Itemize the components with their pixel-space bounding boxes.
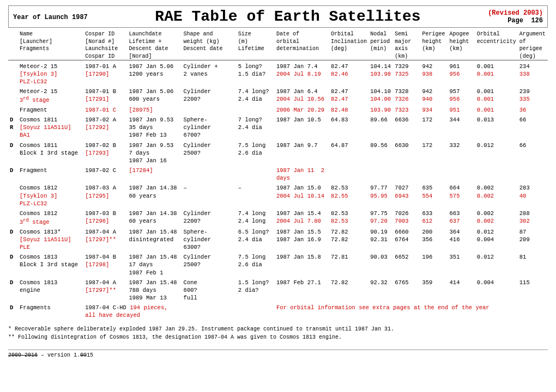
table-row: Cosmos 1812[Tsyklon 3]PLZ-LC32 1987-03 A…	[8, 184, 548, 207]
col-ecc: Orbitaleccentricity	[475, 30, 518, 60]
col-launch: LaunchdateLifetime + Descent date[Norad]	[127, 30, 182, 60]
table-row: Meteor-2 153rd stage 1987-01 B[17291] 19…	[8, 88, 548, 104]
table-row: Fragment 1987-01 C [28975] 2006 Mar 20.2…	[8, 106, 548, 114]
col-date: Date oforbitaldetermination	[275, 30, 329, 60]
col-incl: OrbitalInclination(deg)	[329, 30, 368, 60]
footnotes: * Recoverable sphere deliberately explod…	[8, 325, 548, 341]
year-of-launch: Year of Launch 1987	[13, 8, 88, 21]
col-arg: Argumentof perigee(deg)	[518, 30, 548, 60]
col-semi: Semimajor axis(km)	[393, 30, 420, 60]
table-row: D Cosmos 1813engine 1987-04 A[17297]** 1…	[8, 279, 548, 302]
col-flag	[8, 30, 18, 60]
table-row: D Fragments 1987-04 C-HD 194 pieces, all…	[8, 304, 548, 319]
footnote-1: * Recoverable sphere deliberately explod…	[8, 325, 548, 333]
table-row: D Cosmos 1811Block I 3rd stage 1987-02 B…	[8, 142, 548, 165]
table-row: DR Cosmos 1811[Soyuz 11A511U]BA1 1987-02…	[8, 116, 548, 139]
table-row: Meteor-2 15[Tsyklon 3]PLZ-LC32 1987-01 A…	[8, 63, 548, 86]
page-wrapper: Year of Launch 1987 RAE Table of Earth S…	[8, 5, 548, 358]
col-headers-row: Name[Launcher]Fragments Cospar ID[Norad …	[8, 30, 548, 60]
revised-label: (Revised 2003)	[488, 9, 543, 17]
table-row: D Cosmos 1813*[Soyuz 11A511U]PLE 1987-04…	[8, 228, 548, 252]
col-cospar: Cospar ID[Norad #] LaunchsiteCospar ID	[83, 30, 127, 60]
col-nodal: Nodalperiod(min)	[368, 30, 393, 60]
table-row: D Cosmos 1813Block I 3rd stage 1987-04 B…	[8, 253, 548, 277]
page-header: Year of Launch 1987 RAE Table of Earth S…	[8, 5, 548, 28]
version-line: 2009-2016 – version 1.0915	[8, 350, 548, 358]
table-row: Cosmos 18123rd stage 1987-03 B[17296] 19…	[8, 210, 548, 226]
footnote-2: ** Following disintegration of Cosmos 18…	[8, 333, 548, 341]
page-info: (Revised 2003) Page 126	[488, 8, 543, 24]
version-old: 2009-2016	[8, 352, 38, 358]
col-name: Name[Launcher]Fragments	[18, 30, 83, 60]
satellite-table: Name[Launcher]Fragments Cospar ID[Norad …	[8, 30, 548, 320]
col-perigee: Perigeeheight(km)	[420, 30, 448, 60]
col-apogee: Apogeeheight(km)	[448, 30, 475, 60]
col-shape: Shape andweight (kg)Descent date	[182, 30, 237, 60]
main-title: RAE Table of Earth Satellites	[88, 8, 488, 25]
table-row: D Fragment 1987-02 C [17284] 1987 Jan 11…	[8, 167, 548, 182]
col-size: Size(m)Lifetime	[237, 30, 275, 60]
